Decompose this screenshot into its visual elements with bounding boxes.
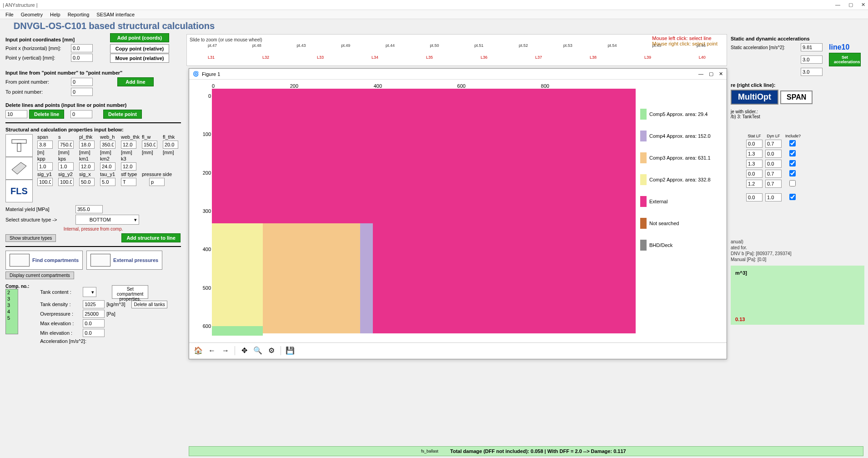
lf-stat-4[interactable] — [746, 180, 763, 188]
multiopt-button[interactable]: MultiOpt — [731, 90, 778, 105]
overp-input[interactable] — [83, 310, 105, 318]
lf-inc-4[interactable] — [784, 180, 801, 186]
plthk-input[interactable] — [79, 141, 95, 149]
lf-dyn-5[interactable] — [765, 193, 782, 201]
zoom-icon[interactable]: 🔍 — [253, 346, 262, 355]
lf-dyn-3[interactable] — [765, 170, 782, 178]
figure-body[interactable]: 0200 400600 8001000 0100 200300 400500 6… — [189, 80, 727, 342]
lf-inc-1[interactable] — [784, 150, 801, 156]
close-icon[interactable]: ✕ — [861, 2, 865, 8]
lf-inc-0[interactable] — [784, 140, 801, 146]
lf-stat-0[interactable] — [746, 140, 763, 148]
show-types-button[interactable]: Show structure types — [5, 234, 56, 242]
fig-close-icon[interactable]: ✕ — [719, 71, 723, 77]
forward-icon[interactable]: → — [221, 346, 230, 355]
kpp-input[interactable] — [37, 162, 53, 171]
fig-maximize-icon[interactable]: ▢ — [709, 71, 713, 77]
save-icon[interactable]: 💾 — [286, 346, 295, 355]
u-m: [m] — [37, 150, 55, 155]
configure-icon[interactable]: ⚙ — [267, 346, 276, 355]
stftype-input[interactable] — [121, 178, 136, 186]
point-x-input[interactable] — [71, 44, 93, 52]
delete-line-input[interactable] — [5, 110, 27, 118]
external-pressures-button[interactable]: External pressures — [86, 251, 162, 270]
density-input[interactable] — [83, 300, 105, 308]
point-y-input[interactable] — [71, 54, 93, 62]
s-input[interactable] — [58, 141, 74, 149]
delete-point-input[interactable] — [70, 110, 92, 118]
legend: Comp5 Approx. area: 29.4 Comp4 Approx. a… — [640, 98, 722, 262]
km2-input[interactable] — [100, 162, 115, 171]
home-icon[interactable]: 🏠 — [194, 346, 203, 355]
to-point-input[interactable] — [71, 88, 93, 96]
chevron-down-icon: ▾ — [91, 289, 94, 295]
sy1-input[interactable] — [37, 178, 53, 186]
add-point-button[interactable]: Add point (coords) — [110, 33, 169, 42]
span-input[interactable] — [37, 141, 53, 149]
hd-k3: k3 — [121, 156, 139, 161]
flw-input[interactable] — [142, 141, 157, 149]
move-point-button[interactable]: Move point (relative) — [110, 54, 169, 63]
menu-file[interactable]: File — [3, 11, 16, 18]
flthk-input[interactable] — [163, 141, 178, 149]
list-item[interactable]: 3 — [6, 296, 18, 302]
minimize-icon[interactable]: — — [835, 2, 840, 8]
back-icon[interactable]: ← — [207, 346, 216, 355]
comp-list[interactable]: 2 3 3 4 5 — [5, 289, 18, 334]
lf-dyn-4[interactable] — [765, 180, 782, 188]
content-dropdown[interactable]: ▾ — [83, 287, 96, 297]
lf-stat-5[interactable] — [746, 193, 763, 201]
add-line-button[interactable]: Add line — [117, 77, 154, 86]
list-item[interactable]: 5 — [6, 315, 18, 321]
delete-tanks-button[interactable]: Delete all tanks — [131, 301, 167, 308]
list-item[interactable]: 4 — [6, 308, 18, 315]
display-compartments-button[interactable]: Display current compartments — [5, 272, 74, 279]
lf-inc-2[interactable] — [784, 160, 801, 166]
menu-help[interactable]: Help — [47, 11, 63, 18]
km1-input[interactable] — [79, 162, 95, 171]
set-comp-button[interactable]: Set compartment properties. — [112, 285, 148, 299]
from-point-input[interactable] — [71, 78, 93, 86]
copy-point-button[interactable]: Copy point (relative) — [110, 44, 169, 53]
list-item[interactable]: 2 — [6, 289, 18, 296]
pside-input[interactable] — [149, 178, 165, 186]
lf-dyn-0[interactable] — [765, 140, 782, 148]
menu-geometry[interactable]: Geometry — [18, 11, 45, 18]
webh-input[interactable] — [100, 141, 115, 149]
lf-inc-3[interactable] — [784, 170, 801, 176]
dyn-accel-2-input[interactable] — [801, 68, 823, 76]
plot-area[interactable] — [212, 89, 636, 333]
ty1-input[interactable] — [100, 178, 115, 186]
delete-point-button[interactable]: Delete point — [103, 110, 142, 119]
delete-line-button[interactable]: Delete line — [29, 110, 64, 119]
lf-dyn-1[interactable] — [765, 150, 782, 158]
ruler-area[interactable]: Slide to zoom (or use mouse wheel) Mouse… — [186, 34, 727, 66]
point-y-label: Point y (vertical) [mm]: — [5, 55, 69, 60]
window-titlebar: | ANYstructure | — ▢ ✕ — [0, 0, 868, 10]
structtype-dropdown[interactable]: BOTTOM ▾ — [75, 215, 139, 225]
lf-stat-2[interactable] — [746, 160, 763, 168]
lf-dyn-2[interactable] — [765, 160, 782, 168]
sx-input[interactable] — [79, 178, 95, 186]
find-compartments-button[interactable]: Find compartments — [5, 251, 83, 270]
menu-reporting[interactable]: Reporting — [65, 11, 92, 18]
sy2-input[interactable] — [58, 178, 74, 186]
add-struct-button[interactable]: Add structure to line — [121, 233, 181, 242]
set-accel-button[interactable]: Set accelerations — [829, 53, 861, 66]
yield-input[interactable] — [75, 205, 103, 213]
k3-input[interactable] — [121, 162, 136, 171]
span-button[interactable]: SPAN — [780, 91, 813, 104]
static-accel-input[interactable] — [801, 43, 823, 51]
fig-minimize-icon[interactable]: — — [698, 71, 703, 77]
lf-stat-1[interactable] — [746, 150, 763, 158]
lf-inc-5[interactable] — [784, 194, 801, 200]
maximize-icon[interactable]: ▢ — [848, 2, 853, 8]
dyn-accel-1-input[interactable] — [801, 55, 823, 64]
hd-flthk: fl_thk — [163, 134, 181, 140]
pan-icon[interactable]: ✥ — [240, 346, 249, 355]
webthk-input[interactable] — [121, 141, 136, 149]
menu-sesam[interactable]: SESAM interface — [94, 11, 137, 18]
list-item[interactable]: 3 — [6, 302, 18, 308]
kps-input[interactable] — [58, 162, 74, 171]
lf-stat-3[interactable] — [746, 170, 763, 178]
